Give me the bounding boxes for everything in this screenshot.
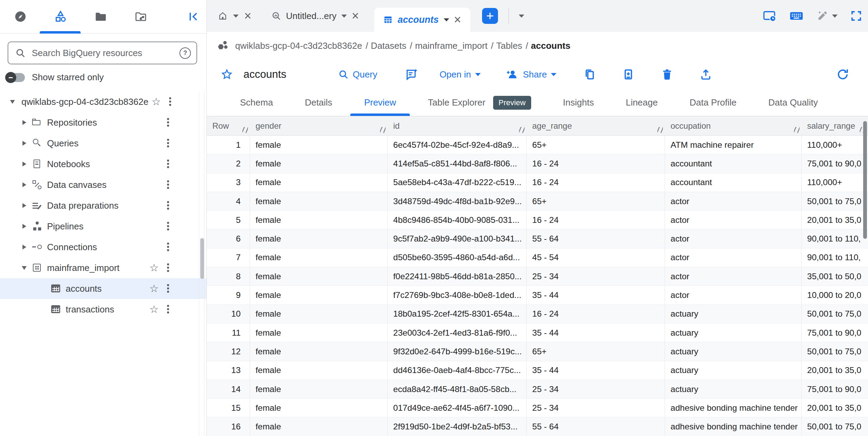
tree-item[interactable]: Pipelines [0, 216, 206, 237]
column-resize-handle[interactable] [794, 127, 800, 133]
tab-accounts-active[interactable]: accounts [374, 8, 470, 32]
table-row: 7 female d505be60-3595-4860-a54d-a6d... … [207, 248, 868, 267]
welcome-compass-icon[interactable] [14, 10, 27, 23]
salary-range-cell: 50,001 to 75,0 [802, 342, 867, 361]
close-icon[interactable] [454, 13, 461, 26]
star-outline-icon[interactable] [221, 68, 233, 81]
tree-item[interactable]: Data preparations [0, 195, 206, 216]
view-tab[interactable]: Insights [547, 89, 610, 116]
explorer-shapes-icon[interactable] [54, 10, 67, 23]
tree-item[interactable]: Data canvases [0, 174, 206, 195]
tree-item[interactable]: Repositories [0, 112, 206, 133]
column-header-label: Row [212, 121, 229, 131]
tree-item[interactable]: mainframe_import [0, 257, 206, 278]
expander-icon[interactable] [20, 266, 28, 270]
cast-schedule-icon[interactable] [763, 9, 777, 22]
more-menu-icon[interactable] [167, 222, 169, 231]
tree-item[interactable]: accounts [0, 278, 206, 299]
snapshot-button[interactable] [622, 68, 635, 81]
export-button[interactable] [700, 68, 712, 81]
tree-item[interactable]: transactions [0, 299, 206, 320]
new-tab-button[interactable] [482, 8, 498, 24]
more-menu-icon[interactable] [169, 97, 171, 106]
tab-list-chevron-icon[interactable] [519, 15, 524, 18]
chevron-down-icon[interactable] [341, 15, 347, 18]
star-icon[interactable] [151, 97, 161, 107]
expander-icon[interactable] [20, 120, 28, 125]
more-menu-icon[interactable] [167, 118, 169, 127]
tree-item[interactable]: Notebooks [0, 154, 206, 174]
breadcrumb-item[interactable]: Datasets [371, 40, 406, 51]
expander-icon[interactable] [20, 203, 28, 208]
more-menu-icon[interactable] [167, 284, 169, 293]
id-cell: ecda8a42-ff45-48f1-8a05-58cb... [388, 380, 527, 398]
expander-icon[interactable] [20, 245, 28, 249]
query-suggestions-button[interactable] [405, 68, 418, 81]
expander-icon[interactable] [20, 162, 28, 166]
search-box[interactable] [8, 42, 197, 64]
star-icon[interactable] [149, 304, 159, 315]
tree-item[interactable]: Connections [0, 237, 206, 257]
fullscreen-icon[interactable] [850, 10, 862, 22]
chevron-down-icon[interactable] [832, 15, 838, 18]
table-row: 13 female dd46136e-0aeb-4af4-8bcc-775c..… [207, 361, 868, 380]
tree-item[interactable]: qwiklabs-gcp-04-c3d23cb8362e [0, 91, 206, 112]
repository-folder-icon[interactable] [134, 10, 147, 23]
copy-table-button[interactable] [583, 68, 596, 81]
query-button[interactable]: Query [338, 69, 377, 80]
search-input[interactable] [31, 47, 179, 59]
expander-icon[interactable] [8, 100, 17, 104]
chevron-down-icon[interactable] [233, 15, 239, 18]
tree-item-icon [32, 221, 42, 231]
tree-item[interactable]: Queries [0, 133, 206, 154]
more-menu-icon[interactable] [167, 180, 169, 189]
breadcrumb-item[interactable]: qwiklabs-gcp-04-c3d23cb8362e [235, 40, 362, 51]
expander-icon[interactable] [20, 141, 28, 146]
more-menu-icon[interactable] [167, 263, 169, 272]
close-icon[interactable] [352, 10, 359, 22]
breadcrumb-item[interactable]: Tables [496, 40, 522, 51]
refresh-button[interactable] [836, 68, 849, 81]
tab-untitled-query[interactable]: Untitled...ery [271, 10, 359, 22]
more-menu-icon[interactable] [167, 201, 169, 210]
tree-item-actions [146, 160, 169, 169]
salary-range-cell: 90,001 to 110, [802, 248, 867, 267]
collapse-sidebar-icon[interactable] [187, 10, 200, 23]
show-starred-toggle[interactable] [6, 73, 25, 82]
more-menu-icon[interactable] [167, 243, 169, 252]
column-resize-handle[interactable] [242, 127, 248, 133]
expander-icon[interactable] [20, 224, 28, 229]
sidebar-scrollbar-thumb[interactable] [200, 238, 204, 279]
more-menu-icon[interactable] [167, 305, 169, 314]
search-icon [338, 69, 349, 80]
help-icon[interactable] [179, 47, 191, 59]
chevron-down-icon[interactable] [444, 18, 449, 21]
view-tab[interactable]: Schema [224, 89, 289, 116]
tab-home[interactable] [218, 10, 251, 22]
column-resize-handle[interactable] [380, 127, 386, 133]
age-range-cell: 16 - 24 [527, 154, 665, 173]
table-scrollbar-thumb[interactable] [863, 121, 867, 239]
star-icon[interactable] [149, 263, 159, 273]
expander-icon[interactable] [20, 182, 28, 187]
salary-range-cell: 10,000 to 20,0 [802, 286, 867, 304]
star-icon[interactable] [149, 283, 159, 294]
view-tab[interactable]: Details [289, 89, 348, 116]
close-icon[interactable] [244, 10, 251, 22]
magic-pen-icon[interactable] [816, 10, 829, 22]
delete-button[interactable] [661, 68, 673, 81]
view-tab[interactable]: Lineage [610, 89, 674, 116]
view-tab[interactable]: Data Profile [674, 89, 752, 116]
keyboard-shortcuts-icon[interactable] [789, 9, 804, 22]
column-resize-handle[interactable] [519, 127, 525, 133]
share-button[interactable]: Share [506, 69, 556, 80]
view-tab[interactable]: Table Explorer Preview [412, 89, 547, 116]
folder-icon[interactable] [94, 10, 107, 23]
open-in-button[interactable]: Open in [440, 69, 481, 80]
view-tab[interactable]: Data Quality [752, 89, 834, 116]
column-resize-handle[interactable] [657, 127, 663, 133]
more-menu-icon[interactable] [167, 160, 169, 169]
more-menu-icon[interactable] [167, 139, 169, 148]
breadcrumb-item[interactable]: mainframe_import [415, 40, 488, 51]
view-tab[interactable]: Preview [348, 89, 412, 116]
